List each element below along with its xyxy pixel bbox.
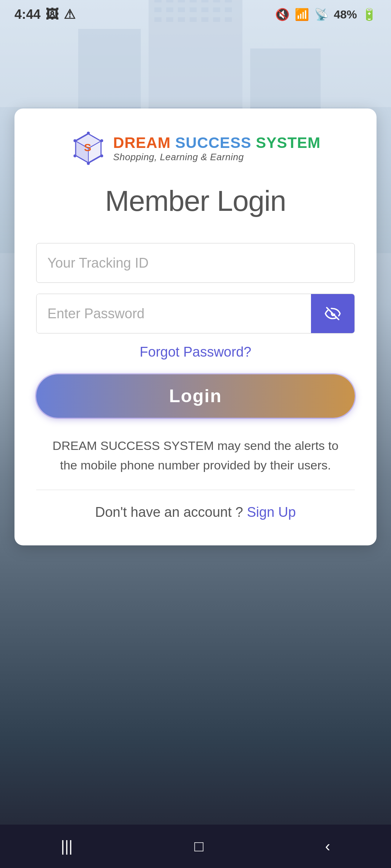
home-icon: □ xyxy=(194,838,203,855)
mute-icon: 🔇 xyxy=(275,8,290,21)
section-divider xyxy=(36,490,355,490)
logo-success: SUCCESS xyxy=(175,134,251,151)
nav-back-button[interactable]: ‹ xyxy=(303,830,352,862)
forgot-password-link[interactable]: Forgot Password? xyxy=(36,344,355,360)
login-card: S DREAM SUCCESS SYSTEM xyxy=(14,109,377,545)
bottom-nav: ||| □ ‹ xyxy=(0,825,391,868)
login-card-wrapper: S DREAM SUCCESS SYSTEM xyxy=(14,109,377,545)
signal-icon: 📡 xyxy=(314,8,329,21)
menu-icon: ||| xyxy=(61,838,73,855)
logo-icon: S xyxy=(70,130,106,166)
password-wrapper xyxy=(36,294,355,333)
wifi-icon: 📶 xyxy=(295,8,309,21)
status-left: 4:44 🖼 ⚠ xyxy=(14,7,75,22)
time-display: 4:44 xyxy=(14,7,41,22)
alert-icon: ⚠ xyxy=(64,7,75,22)
disclaimer-text: DREAM SUCCESS SYSTEM may send the alerts… xyxy=(36,436,355,475)
password-input[interactable] xyxy=(37,294,311,333)
login-button[interactable]: Login xyxy=(36,374,355,418)
svg-text:S: S xyxy=(84,141,91,153)
signup-prompt: Don't have an account ? xyxy=(95,505,243,520)
svg-point-32 xyxy=(100,139,103,142)
password-group xyxy=(36,294,355,333)
gallery-icon: 🖼 xyxy=(46,7,59,22)
tracking-id-input[interactable] xyxy=(36,243,355,283)
logo-area: S DREAM SUCCESS SYSTEM xyxy=(36,130,355,166)
back-icon: ‹ xyxy=(325,838,330,855)
nav-menu-button[interactable]: ||| xyxy=(39,830,94,862)
battery-icon: 🔋 xyxy=(362,8,377,21)
logo-text-block: DREAM SUCCESS SYSTEM Shopping, Learning … xyxy=(113,134,320,163)
forgot-password-anchor[interactable]: Forgot Password? xyxy=(140,344,251,359)
status-right: 🔇 📶 📡 48% 🔋 xyxy=(275,8,377,21)
nav-home-button[interactable]: □ xyxy=(173,830,225,862)
logo-dream: DREAM xyxy=(113,134,171,151)
eye-off-icon xyxy=(325,306,341,322)
status-bar: 4:44 🖼 ⚠ 🔇 📶 📡 48% 🔋 xyxy=(0,0,391,29)
page-title: Member Login xyxy=(36,184,355,218)
toggle-password-button[interactable] xyxy=(311,294,354,333)
battery-display: 48% xyxy=(334,8,357,21)
svg-point-35 xyxy=(73,154,76,157)
logo-title: DREAM SUCCESS SYSTEM xyxy=(113,134,320,152)
tracking-id-group xyxy=(36,243,355,283)
logo-subtitle: Shopping, Learning & Earning xyxy=(113,152,244,163)
signup-link[interactable]: Sign Up xyxy=(247,505,296,520)
logo-system: SYSTEM xyxy=(256,134,321,151)
signup-row: Don't have an account ? Sign Up xyxy=(36,505,355,520)
